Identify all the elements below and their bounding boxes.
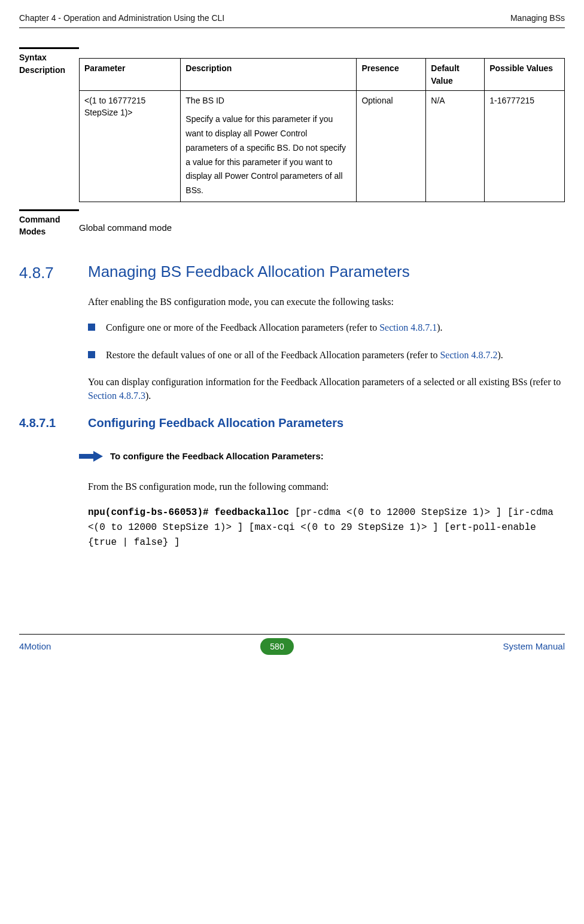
table-row: <(1 to 16777215 StepSize 1)> The BS ID S… <box>80 90 565 202</box>
command-modes-label: Command Modes <box>19 220 79 238</box>
section-4-8-7-intro: After enabling the BS configuration mode… <box>88 295 565 309</box>
col-header-presence: Presence <box>357 59 426 91</box>
syntax-parameters-table: Parameter Description Presence Default V… <box>79 58 565 202</box>
command-modes-line1: Command <box>19 214 74 225</box>
section-number-4-8-7-1: 4.8.7.1 <box>19 414 88 432</box>
header-divider <box>19 28 565 28</box>
col-header-default-value: Default Value <box>426 59 485 91</box>
svg-marker-0 <box>79 451 103 462</box>
cell-description-first: The BS ID <box>185 96 224 105</box>
cell-description: The BS ID Specify a value for this param… <box>181 90 357 202</box>
section-title-4-8-7: Managing BS Feedback Allocation Paramete… <box>88 262 565 282</box>
header-left: Chapter 4 - Operation and Administration… <box>19 12 224 24</box>
link-section-4-8-7-1[interactable]: Section 4.8.7.1 <box>379 322 437 333</box>
command-intro: From the BS configuration mode, run the … <box>88 480 565 493</box>
cell-default-value: N/A <box>426 90 485 202</box>
procedure-heading: To configure the Feedback Allocation Par… <box>110 450 324 463</box>
link-section-4-8-7-2[interactable]: Section 4.8.7.2 <box>440 350 497 360</box>
command-modes-value: Global command mode <box>79 222 172 233</box>
header-right: Managing BSs <box>510 12 565 24</box>
list-item: Restore the default values of one or all… <box>88 348 565 362</box>
syntax-label-line1: Syntax <box>19 51 74 63</box>
command-bold-part: npu(config-bs-66053)# feedbackalloc <box>88 507 289 518</box>
bullet1-post: ). <box>437 322 442 333</box>
cell-parameter: <(1 to 16777215 StepSize 1)> <box>80 90 181 202</box>
section-title-4-8-7-1: Configuring Feedback Allocation Paramete… <box>88 414 565 432</box>
command-example: npu(config-bs-66053)# feedbackalloc [pr-… <box>88 505 565 550</box>
page-number-pill: 580 <box>260 638 293 655</box>
outro-post: ). <box>145 391 151 401</box>
col-header-description: Description <box>181 59 357 91</box>
cell-possible-values: 1-16777215 <box>485 90 565 202</box>
col-header-parameter: Parameter <box>80 59 181 91</box>
outro-pre: You can display configuration informatio… <box>88 377 561 387</box>
cell-description-second: Specify a value for this parameter if yo… <box>185 112 351 198</box>
command-modes-line2: Modes <box>19 225 74 237</box>
footer-product-name: 4Motion <box>19 640 51 653</box>
col-header-possible-values: Possible Values <box>485 59 565 91</box>
section-4-8-7-outro: You can display configuration informatio… <box>88 375 565 402</box>
bullet2-post: ). <box>497 350 503 360</box>
bullet2-pre: Restore the default values of one or all… <box>106 350 440 360</box>
footer-manual-name: System Manual <box>503 640 565 653</box>
section-number-4-8-7: 4.8.7 <box>19 262 88 285</box>
bullet1-pre: Configure one or more of the Feedback Al… <box>106 322 379 333</box>
arrow-right-icon <box>79 450 103 462</box>
cell-presence: Optional <box>357 90 426 202</box>
syntax-label-line2: Description <box>19 64 74 76</box>
list-item: Configure one or more of the Feedback Al… <box>88 321 565 334</box>
table-header-row: Parameter Description Presence Default V… <box>80 59 565 91</box>
syntax-description-label: Syntax Description <box>19 58 79 76</box>
link-section-4-8-7-3[interactable]: Section 4.8.7.3 <box>88 391 145 401</box>
